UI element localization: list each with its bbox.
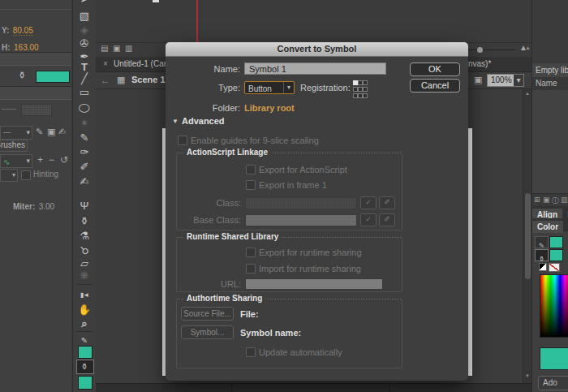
symbol-button[interactable]: Symbol...: [181, 325, 234, 339]
layers-icon[interactable]: ▣: [47, 127, 55, 137]
zoom-dropdown[interactable]: 100% ▾: [487, 74, 524, 87]
bone-tool-icon[interactable]: Ψ: [73, 200, 96, 212]
hand-tool-icon[interactable]: ✋: [73, 304, 96, 316]
validate-base-class-button[interactable]: ✓: [360, 213, 377, 226]
edit-stroke-icon[interactable]: ✎: [36, 127, 43, 137]
registration-grid[interactable]: [352, 80, 370, 97]
ok-button[interactable]: OK: [410, 62, 460, 76]
timeline-marker[interactable]: [153, 0, 159, 2]
stroke-color-swatch[interactable]: [78, 346, 93, 359]
lasso-tool-icon[interactable]: ✇: [73, 37, 96, 50]
registration-point[interactable]: [363, 87, 368, 92]
library-item-list[interactable]: [532, 90, 568, 193]
symbol-name-input[interactable]: [244, 62, 386, 75]
registration-point[interactable]: [363, 93, 368, 98]
scale-dropdown[interactable]: ▾: [0, 169, 18, 182]
update-automatically-checkbox[interactable]: [246, 347, 256, 357]
properties-icon[interactable]: ⓘ: [552, 196, 559, 206]
scrollbar-thumb[interactable]: [525, 193, 531, 279]
brushes-button[interactable]: Brushes: [0, 140, 28, 152]
text-tool-icon[interactable]: T: [73, 61, 96, 73]
zoom-tool-icon[interactable]: ⌕: [73, 317, 96, 330]
line-tool-icon[interactable]: ╱: [73, 72, 96, 84]
back-arrow-icon[interactable]: ←: [101, 75, 110, 86]
close-tab-icon[interactable]: ×: [103, 59, 108, 68]
fill-color-swatch[interactable]: [549, 249, 563, 261]
delete-layer-icon[interactable]: ▥: [125, 44, 132, 53]
advanced-disclosure-icon[interactable]: ▼: [172, 118, 179, 125]
playhead[interactable]: [196, 0, 198, 42]
library-name-column-header[interactable]: Name: [532, 77, 568, 91]
scroll-up-arrow[interactable]: ▲: [525, 91, 530, 96]
document-tab-fragment[interactable]: nvas)*: [468, 59, 491, 68]
add-brush-button[interactable]: +: [37, 154, 43, 166]
library-root-link[interactable]: Library root: [244, 103, 295, 113]
stroke-color-control[interactable]: ✎: [535, 236, 549, 248]
add-color-button[interactable]: Ado: [538, 376, 568, 390]
remove-brush-button[interactable]: −: [49, 154, 54, 166]
new-folder-icon[interactable]: ▣: [543, 196, 550, 204]
slider-thumb[interactable]: [477, 47, 483, 53]
paint-bucket-tool-icon[interactable]: ⚱: [73, 215, 96, 227]
edit-class-button[interactable]: ✐: [379, 196, 395, 209]
new-folder-icon[interactable]: ▣: [113, 44, 120, 53]
pressure-icon[interactable]: ✍: [58, 127, 66, 137]
y-position-value[interactable]: 80.05: [13, 26, 33, 36]
fill-color-swatch[interactable]: [36, 71, 70, 83]
spray-brush-tool-icon[interactable]: ❋: [73, 269, 96, 282]
default-colors-icon[interactable]: [539, 263, 547, 271]
fill-color-control[interactable]: ⚱: [535, 249, 549, 261]
class-input[interactable]: [245, 197, 357, 209]
export-runtime-checkbox[interactable]: [246, 248, 256, 257]
dialog-title-bar[interactable]: Convert to Symbol: [166, 42, 468, 57]
eraser-tool-icon[interactable]: ▱: [73, 257, 96, 269]
camera-tool-icon[interactable]: ▮◄: [73, 289, 96, 301]
advanced-label[interactable]: Advanced: [182, 116, 225, 126]
import-runtime-checkbox[interactable]: [246, 264, 256, 274]
new-layer-icon[interactable]: ▤: [101, 44, 108, 53]
cancel-button[interactable]: Cancel: [410, 79, 460, 93]
brush-style-dropdown[interactable]: ∿ ▾: [0, 154, 32, 168]
reset-brush-button[interactable]: ↺: [60, 154, 68, 166]
tab-swatches[interactable]: Swatches: [563, 221, 568, 233]
selection-tool-icon[interactable]: ➤: [73, 0, 96, 5]
type-dropdown[interactable]: Button ▾: [244, 81, 295, 94]
edit-base-class-button[interactable]: ✐: [379, 213, 395, 226]
color-picker-gradient[interactable]: [540, 274, 568, 338]
pencil-tool-icon[interactable]: ✎: [73, 131, 96, 144]
url-input[interactable]: [245, 278, 383, 290]
source-file-button[interactable]: Source File...: [181, 307, 234, 321]
stroke-color-swatch[interactable]: [549, 236, 563, 248]
miter-value[interactable]: 3.00: [39, 202, 54, 211]
ink-bottle-tool-icon[interactable]: ⚗: [73, 230, 96, 242]
width-tool-icon[interactable]: ✍: [73, 175, 96, 187]
timeline-zoom-slider[interactable]: [467, 50, 515, 50]
base-class-input[interactable]: [245, 214, 357, 226]
stroke-color-icon[interactable]: ✎: [73, 334, 96, 347]
export-frame1-checkbox[interactable]: [246, 180, 256, 190]
gradient-transform-tool-icon[interactable]: ◈: [73, 24, 96, 36]
brush-tool-icon[interactable]: ✑: [73, 146, 96, 158]
free-transform-tool-icon[interactable]: ▧: [73, 10, 96, 22]
edit-symbols-icon[interactable]: ▣: [474, 75, 482, 85]
fill-color-swatch[interactable]: [78, 376, 93, 390]
no-color-icon[interactable]: [549, 263, 560, 272]
rectangle-tool-icon[interactable]: ▭: [73, 86, 96, 98]
hinting-checkbox[interactable]: [21, 170, 31, 180]
scene-label[interactable]: Scene 1: [131, 75, 166, 84]
nine-slice-checkbox[interactable]: [178, 136, 187, 145]
registration-point[interactable]: [363, 80, 368, 85]
paint-brush-tool-icon[interactable]: ✐: [73, 161, 96, 173]
polystar-tool-icon[interactable]: ✶: [73, 117, 96, 129]
stroke-slider[interactable]: [2, 109, 16, 110]
stroke-weight-field[interactable]: [21, 104, 52, 116]
delete-icon[interactable]: ▥: [561, 196, 568, 204]
stroke-style-dropdown[interactable]: — ▾: [0, 126, 32, 140]
scroll-down-arrow[interactable]: ▼: [525, 373, 530, 378]
fill-color-icon[interactable]: ⚱: [73, 360, 96, 373]
export-actionscript-checkbox[interactable]: [246, 165, 256, 174]
new-symbol-icon[interactable]: ⊞: [534, 196, 540, 204]
oval-tool-icon[interactable]: ◯: [73, 103, 96, 113]
validate-class-button[interactable]: ✓: [360, 196, 377, 209]
tab-color[interactable]: Color: [532, 221, 563, 233]
